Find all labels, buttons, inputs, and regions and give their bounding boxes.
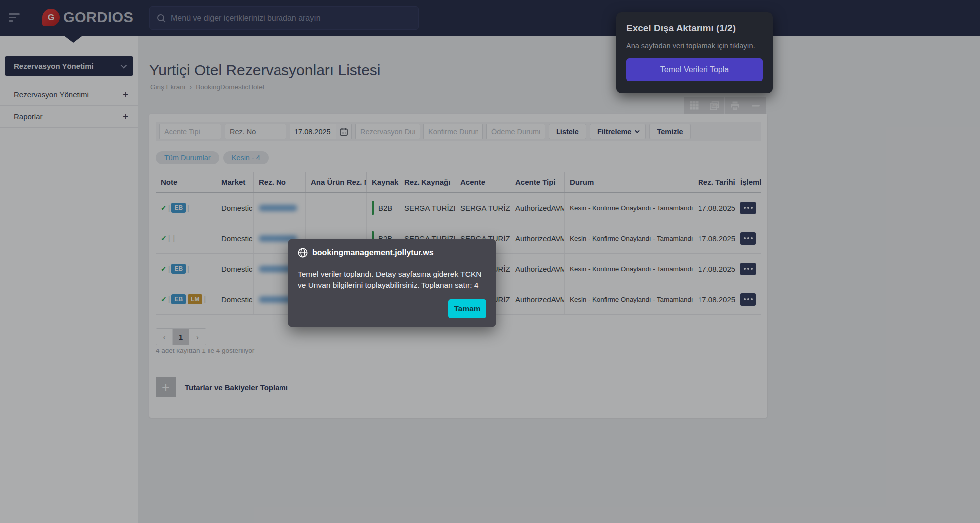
dialog-source: bookingmanagement.jollytur.ws xyxy=(312,248,434,257)
browser-alert-dialog: bookingmanagement.jollytur.ws Temel veri… xyxy=(288,239,496,327)
globe-icon xyxy=(298,248,308,258)
tamam-button[interactable]: Tamam xyxy=(448,299,486,318)
dialog-message: Temel veriler toplandı. Detay sayfasına … xyxy=(298,269,486,291)
export-popup-title: Excel Dışa Aktarımı (1/2) xyxy=(626,23,763,34)
dialog-header: bookingmanagement.jollytur.ws xyxy=(298,248,486,258)
export-popup-subtitle: Ana sayfadan veri toplamak için tıklayın… xyxy=(626,42,763,50)
temel-verileri-topla-button[interactable]: Temel Verileri Topla xyxy=(626,58,763,81)
excel-export-popup: Excel Dışa Aktarımı (1/2) Ana sayfadan v… xyxy=(616,12,773,93)
